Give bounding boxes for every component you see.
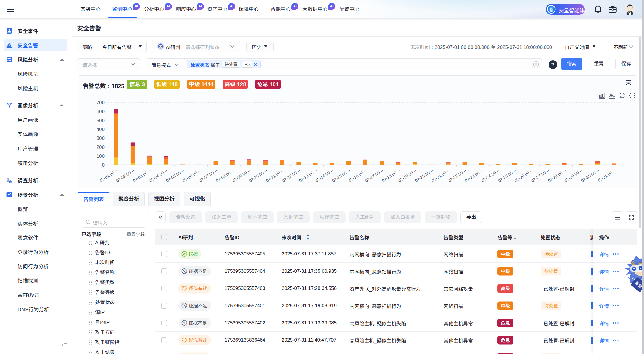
- svg-text:07-15 00···: 07-15 00···: [331, 168, 351, 183]
- svg-text:07-28 00···: 07-28 00···: [547, 168, 567, 183]
- svg-text:07-25 00···: 07-25 00···: [497, 168, 517, 183]
- svg-text:07-21 00···: 07-21 00···: [431, 168, 451, 183]
- svg-text:07-06 00···: 07-06 00···: [182, 168, 202, 183]
- svg-text:07-08 00···: 07-08 00···: [215, 168, 235, 183]
- svg-text:07-29 00···: 07-29 00···: [564, 168, 583, 183]
- svg-text:07-30 00···: 07-30 00···: [580, 168, 600, 183]
- svg-text:07-20 00···: 07-20 00···: [414, 168, 434, 183]
- svg-text:200: 200: [97, 145, 105, 150]
- svg-text:07-09 00···: 07-09 00···: [232, 168, 252, 183]
- svg-text:07-18 00···: 07-18 00···: [381, 168, 401, 183]
- svg-text:07-02 00···: 07-02 00···: [115, 168, 135, 183]
- svg-text:07-16 00···: 07-16 00···: [348, 168, 368, 183]
- svg-text:07-03 00···: 07-03 00···: [132, 168, 152, 183]
- svg-text:600: 600: [97, 109, 105, 114]
- svg-text:07-22 00···: 07-22 00···: [447, 168, 467, 183]
- svg-text:07-26 00···: 07-26 00···: [514, 168, 534, 183]
- svg-text:07-31 00···: 07-31 00···: [597, 168, 617, 183]
- svg-text:07-17 00···: 07-17 00···: [364, 168, 384, 183]
- svg-text:07-10 00···: 07-10 00···: [248, 168, 268, 183]
- svg-text:07-07 00···: 07-07 00···: [198, 168, 218, 183]
- svg-text:07-05 00···: 07-05 00···: [165, 168, 185, 183]
- svg-text:100: 100: [97, 153, 105, 159]
- svg-text:07-14 00···: 07-14 00···: [315, 168, 334, 183]
- svg-text:700: 700: [97, 100, 105, 105]
- svg-text:07-24 00···: 07-24 00···: [481, 168, 501, 183]
- svg-text:07-01 00···: 07-01 00···: [99, 168, 119, 183]
- svg-text:07-19 00···: 07-19 00···: [398, 168, 417, 183]
- svg-text:300: 300: [97, 136, 105, 141]
- svg-text:07-13 00···: 07-13 00···: [298, 168, 318, 183]
- svg-text:07-27 00···: 07-27 00···: [530, 168, 550, 183]
- svg-text:500: 500: [97, 118, 105, 123]
- svg-text:400: 400: [97, 127, 105, 132]
- svg-text:07-04 00···: 07-04 00···: [149, 168, 168, 183]
- svg-text:07-11 00···: 07-11 00···: [265, 168, 285, 183]
- svg-text:07-12 00···: 07-12 00···: [281, 168, 301, 183]
- svg-text:0: 0: [102, 162, 105, 168]
- svg-text:07-23 00···: 07-23 00···: [464, 168, 484, 183]
